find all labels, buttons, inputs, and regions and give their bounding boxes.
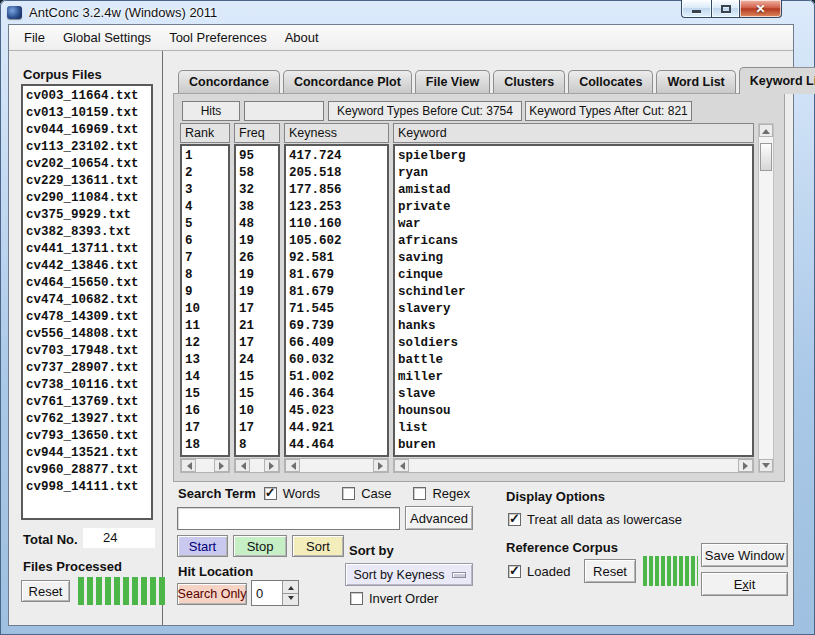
- tab-clusters[interactable]: Clusters: [493, 70, 565, 93]
- table-cell[interactable]: 5: [185, 216, 228, 233]
- corpus-file-item[interactable]: cv464_15650.txt: [26, 275, 151, 292]
- table-cell[interactable]: buren: [398, 437, 752, 454]
- table-cell[interactable]: 4: [185, 199, 228, 216]
- table-cell[interactable]: 110.160: [289, 216, 387, 233]
- tab-word-list[interactable]: Word List: [656, 70, 735, 93]
- corpus-file-item[interactable]: cv113_23102.txt: [26, 139, 151, 156]
- table-cell[interactable]: 19: [239, 267, 278, 284]
- corpus-file-item[interactable]: cv044_16969.txt: [26, 122, 151, 139]
- corpus-file-item[interactable]: cv998_14111.txt: [26, 479, 151, 496]
- table-cell[interactable]: 60.032: [289, 352, 387, 369]
- table-cell[interactable]: 38: [239, 199, 278, 216]
- tab-keyword-list[interactable]: Keyword List: [739, 67, 815, 94]
- tab-concordance-plot[interactable]: Concordance Plot: [283, 70, 412, 93]
- scroll-up-button[interactable]: [759, 124, 773, 137]
- close-button[interactable]: ✕: [739, 0, 782, 18]
- search-only-button[interactable]: Search Only: [177, 583, 247, 605]
- rank-list[interactable]: 123456789101112131415161718: [180, 144, 230, 457]
- table-cell[interactable]: 205.518: [289, 165, 387, 182]
- table-cell[interactable]: 81.679: [289, 284, 387, 301]
- corpus-file-item[interactable]: cv556_14808.txt: [26, 326, 151, 343]
- sort-button[interactable]: Sort: [292, 535, 344, 557]
- scroll-right-button[interactable]: [373, 459, 388, 472]
- corpus-file-item[interactable]: cv003_11664.txt: [26, 88, 151, 105]
- lowercase-checkbox[interactable]: [508, 513, 521, 526]
- table-cell[interactable]: slavery: [398, 301, 752, 318]
- table-cell[interactable]: 2: [185, 165, 228, 182]
- corpus-file-list[interactable]: cv003_11664.txtcv013_10159.txtcv044_1696…: [21, 84, 153, 520]
- table-cell[interactable]: 44.464: [289, 437, 387, 454]
- menu-global-settings[interactable]: Global Settings: [54, 26, 160, 49]
- scroll-right-button[interactable]: [738, 459, 753, 472]
- table-cell[interactable]: 8: [239, 437, 278, 454]
- menu-file[interactable]: File: [15, 26, 54, 49]
- keyness-list[interactable]: 417.724205.518177.856123.253110.160105.6…: [284, 144, 389, 457]
- scroll-left-button[interactable]: [235, 459, 250, 472]
- corpus-file-item[interactable]: cv762_13927.txt: [26, 411, 151, 428]
- minimize-button[interactable]: [681, 0, 711, 18]
- scroll-down-button[interactable]: [759, 459, 773, 472]
- table-cell[interactable]: 48: [239, 216, 278, 233]
- case-checkbox[interactable]: [342, 487, 355, 500]
- table-cell[interactable]: hounsou: [398, 403, 752, 420]
- table-cell[interactable]: 123.253: [289, 199, 387, 216]
- words-checkbox[interactable]: [264, 487, 277, 500]
- keyword-hscrollbar[interactable]: [393, 458, 754, 473]
- table-cell[interactable]: schindler: [398, 284, 752, 301]
- maximize-button[interactable]: [711, 0, 739, 18]
- table-cell[interactable]: 8: [185, 267, 228, 284]
- table-cell[interactable]: 92.581: [289, 250, 387, 267]
- table-cell[interactable]: 17: [239, 335, 278, 352]
- table-cell[interactable]: war: [398, 216, 752, 233]
- table-cell[interactable]: ryan: [398, 165, 752, 182]
- freq-list[interactable]: 95583238481926191917211724151510178: [234, 144, 280, 457]
- table-cell[interactable]: miller: [398, 369, 752, 386]
- titlebar[interactable]: AntConc 3.2.4w (Windows) 2011 ✕: [0, 0, 815, 24]
- table-cell[interactable]: 45.023: [289, 403, 387, 420]
- corpus-file-item[interactable]: cv013_10159.txt: [26, 105, 151, 122]
- table-cell[interactable]: 13: [185, 352, 228, 369]
- corpus-file-item[interactable]: cv290_11084.txt: [26, 190, 151, 207]
- table-cell[interactable]: africans: [398, 233, 752, 250]
- table-cell[interactable]: 15: [239, 369, 278, 386]
- reference-reset-button[interactable]: Reset: [584, 559, 636, 583]
- scroll-left-button[interactable]: [181, 459, 196, 472]
- spinner-down-button[interactable]: [283, 593, 298, 606]
- table-cell[interactable]: 19: [239, 233, 278, 250]
- table-cell[interactable]: 11: [185, 318, 228, 335]
- regex-checkbox[interactable]: [413, 487, 426, 500]
- table-cell[interactable]: 10: [239, 403, 278, 420]
- tab-collocates[interactable]: Collocates: [568, 70, 653, 93]
- table-cell[interactable]: 3: [185, 182, 228, 199]
- table-cell[interactable]: 24: [239, 352, 278, 369]
- table-cell[interactable]: 105.602: [289, 233, 387, 250]
- corpus-file-item[interactable]: cv441_13711.txt: [26, 241, 151, 258]
- table-cell[interactable]: 417.724: [289, 148, 387, 165]
- spinner-up-button[interactable]: [283, 581, 298, 593]
- scroll-right-button[interactable]: [214, 459, 229, 472]
- menu-tool-preferences[interactable]: Tool Preferences: [160, 26, 276, 49]
- table-cell[interactable]: 12: [185, 335, 228, 352]
- table-cell[interactable]: 19: [239, 284, 278, 301]
- save-window-button[interactable]: Save Window: [701, 543, 788, 567]
- table-cell[interactable]: 177.856: [289, 182, 387, 199]
- table-cell[interactable]: 26: [239, 250, 278, 267]
- table-cell[interactable]: 10: [185, 301, 228, 318]
- menu-about[interactable]: About: [276, 26, 328, 49]
- scroll-right-button[interactable]: [264, 459, 279, 472]
- freq-hscrollbar[interactable]: [234, 458, 280, 473]
- corpus-file-item[interactable]: cv442_13846.txt: [26, 258, 151, 275]
- start-button[interactable]: Start: [177, 535, 228, 557]
- corpus-file-item[interactable]: cv375_9929.txt: [26, 207, 151, 224]
- table-cell[interactable]: 81.679: [289, 267, 387, 284]
- scrollbar-track[interactable]: [759, 171, 773, 459]
- corpus-file-item[interactable]: cv738_10116.txt: [26, 377, 151, 394]
- rank-hscrollbar[interactable]: [180, 458, 230, 473]
- advanced-button[interactable]: Advanced: [405, 506, 473, 530]
- table-cell[interactable]: battle: [398, 352, 752, 369]
- table-cell[interactable]: 18: [185, 437, 228, 454]
- sort-by-dropdown[interactable]: Sort by Keyness: [345, 563, 473, 586]
- scroll-left-button[interactable]: [285, 459, 300, 472]
- loaded-checkbox[interactable]: [508, 565, 521, 578]
- table-cell[interactable]: hanks: [398, 318, 752, 335]
